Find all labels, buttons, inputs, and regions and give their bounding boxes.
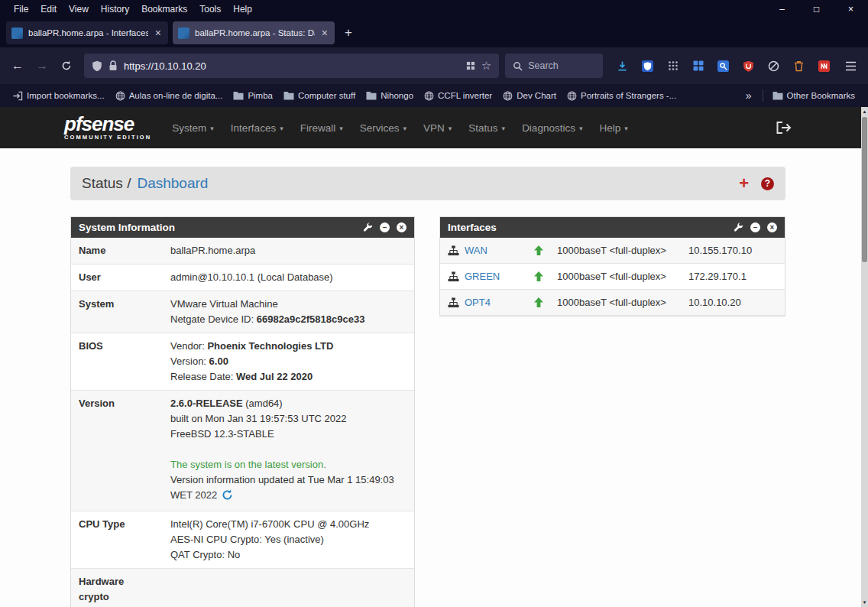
logout-icon[interactable] [776,122,792,134]
search-placeholder: Search [528,60,559,71]
close-panel-icon[interactable]: × [767,222,777,232]
shield-icon[interactable] [92,60,102,72]
nav-system[interactable]: System▾ [164,107,222,148]
interfaces-heading: Interfaces – × [440,217,785,238]
close-panel-icon[interactable]: × [397,222,406,232]
breadcrumb-section: Status / [82,175,131,192]
search-extension-icon[interactable] [713,56,734,76]
nav-vpn[interactable]: VPN▾ [415,107,460,148]
interface-address: 10.10.10.20 [688,297,777,308]
row-label: Version [71,391,163,511]
other-bookmarks[interactable]: Other Bookmarks [767,89,860,102]
interface-link[interactable]: GREEN [465,271,500,282]
search-bar[interactable]: Search [505,54,603,78]
forward-button[interactable]: → [31,54,53,77]
maximize-button[interactable]: □ [799,0,834,18]
search-icon [513,61,523,71]
other-bookmarks-label: Other Bookmarks [787,91,855,100]
nav-label: Services [360,122,400,134]
row-value: VMware Virtual MachineNetgate Device ID:… [163,291,414,333]
menu-icon[interactable] [839,54,862,77]
bookmark-item[interactable]: CCFL inverter [419,89,497,103]
menu-view[interactable]: View [63,4,95,15]
minimize-button[interactable]: – [765,0,799,18]
nav-firewall[interactable]: Firewall▾ [292,107,351,148]
page-grid-icon[interactable] [466,61,475,70]
bookmark-item[interactable]: Aulas on-line de digita... [110,89,228,103]
add-widget-icon[interactable]: + [739,175,749,192]
nav-diagnostics[interactable]: Diagnostics▾ [513,107,591,148]
reload-icon[interactable] [55,54,78,77]
bookmark-item[interactable]: Pimba [228,89,278,102]
folder-icon [772,91,783,100]
wrench-icon[interactable] [734,222,743,232]
bookmark-item[interactable]: Portraits of Strangers -... [562,89,682,103]
collapse-panel-icon[interactable]: – [750,222,760,232]
refresh-icon [222,489,233,505]
nav-status[interactable]: Status▾ [460,107,513,148]
red-extension-icon[interactable] [814,56,834,76]
bookmarks-toolbar: Import bookmarks...Aulas on-line de digi… [0,84,868,107]
row-label: BIOS [71,333,163,390]
sitemap-icon [448,245,459,256]
row-value: ballaPR.home.arpa [163,238,414,264]
bookmark-item[interactable]: Dev Chart [497,89,562,103]
menu-help[interactable]: Help [227,4,258,15]
blue-extension-icon[interactable] [637,56,658,76]
wrench-icon[interactable] [363,222,373,232]
interface-speed: 1000baseT <full-duplex> [557,245,688,256]
tab-1[interactable]: ballaPR.home.arpa - Interfaces× [6,21,168,44]
url-bar[interactable]: https://10.10.10.20 ☆ [84,54,499,78]
tabs: ballaPR.home.arpa - Interfaces×ballaPR.h… [6,21,335,44]
collapse-panel-icon[interactable]: – [380,222,390,232]
nav-label: Status [468,122,497,134]
tab-close-icon[interactable]: × [154,27,163,39]
table-row: Hardware crypto [71,569,414,607]
panel-title: System Information [79,222,175,233]
interface-name: OPT4 [448,297,520,308]
nav-label: Firewall [300,122,336,134]
dashboard-panels: System Information – × NameballaPR.home.… [70,216,785,607]
tab-close-icon[interactable]: × [320,27,329,39]
scroll-down-icon[interactable]: ▼ [861,598,868,607]
grid-dots-icon[interactable] [662,56,683,76]
up-arrow-icon [533,245,544,256]
menu-file[interactable]: File [8,4,34,15]
interface-link[interactable]: WAN [465,245,487,256]
panel-actions: – × [363,222,406,232]
scrollbar-thumb[interactable] [862,117,867,262]
nav-help[interactable]: Help▾ [591,107,636,148]
blue-grid-icon[interactable] [688,56,708,76]
pfsense-favicon [178,28,189,39]
chevron-double-icon[interactable]: » [739,89,759,102]
download-icon[interactable] [612,56,633,76]
menu-bookmarks[interactable]: Bookmarks [135,4,193,15]
scroll-up-icon[interactable]: ▲ [861,107,868,116]
nav-services[interactable]: Services▾ [351,107,415,148]
new-tab-button[interactable]: + [335,25,362,41]
pfsense-logo[interactable]: pfsense COMMUNITY EDITION [64,115,151,141]
trash-icon[interactable] [789,56,809,76]
menu-tools[interactable]: Tools [193,4,227,15]
back-button[interactable]: ← [6,54,29,77]
close-button[interactable]: × [834,0,868,18]
interface-link[interactable]: OPT4 [465,297,491,308]
help-icon[interactable]: ? [761,177,774,190]
bookmark-star-icon[interactable]: ☆ [481,59,491,73]
bookmark-item[interactable]: Computer stuff [278,89,361,102]
bookmarks-items: Import bookmarks...Aulas on-line de digi… [8,89,682,103]
scrollbar[interactable]: ▲ ▼ [861,107,868,607]
breadcrumb: Status / Dashboard + ? [70,167,785,200]
ublock-icon[interactable] [738,56,759,76]
table-row: Version2.6.0-RELEASE (amd64)built on Mon… [71,391,414,511]
menu-history[interactable]: History [95,4,135,15]
globe-icon [503,91,513,101]
url-text[interactable]: https://10.10.10.20 [124,60,460,72]
bookmark-item[interactable]: Import bookmarks... [8,89,110,103]
nav-interfaces[interactable]: Interfaces▾ [222,107,292,148]
interface-row: GREEN1000baseT <full-duplex>172.29.170.1 [440,264,785,290]
block-circle-icon[interactable] [763,56,784,76]
tab-2[interactable]: ballaPR.home.arpa - Status: Das× [173,21,335,44]
menu-edit[interactable]: Edit [34,4,63,15]
bookmark-item[interactable]: Nihongo [361,89,419,102]
